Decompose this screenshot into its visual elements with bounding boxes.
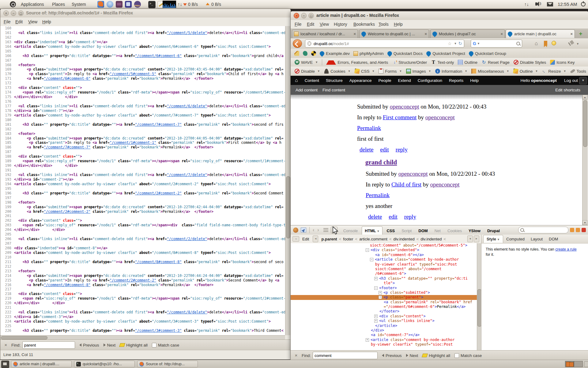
wave-reset-page[interactable]: ↻Reset Page	[481, 60, 510, 65]
source-link[interactable]: "/comment/3#comment-3"	[135, 328, 182, 333]
phpmyadmin-launcher-icon[interactable]	[134, 1, 141, 8]
html-tree-row[interactable]: tle">	[291, 281, 477, 286]
highlight-all-button[interactable]: Highlight all	[422, 353, 450, 358]
wave-outline[interactable]: Outline	[458, 60, 477, 65]
user-link[interactable]: openconcept	[425, 114, 455, 121]
edit-link[interactable]: edit	[380, 146, 389, 153]
menu-file[interactable]: File	[1, 17, 13, 26]
expand-icon[interactable]: +	[374, 315, 378, 318]
tab-close-icon[interactable]: ×	[353, 32, 356, 36]
breadcrumb-div-indented[interactable]: div.indented	[393, 237, 414, 241]
eclipse-launcher-icon[interactable]	[125, 1, 132, 8]
greasemonkey-icon[interactable]	[552, 41, 556, 45]
firebug-minimize-button[interactable]	[570, 228, 574, 232]
bookmark-star-icon[interactable]: ☆	[448, 41, 452, 46]
html-tree-row[interactable]: by-viewer clearfix" typeof="sioc:Post	[291, 342, 477, 347]
menu-view[interactable]: View	[317, 20, 332, 29]
url-bar[interactable]: drupal8.oc /node/1# ☆ ▼ ↻	[305, 40, 464, 48]
wave-icons-key[interactable]: Icons Key	[550, 60, 575, 65]
admin-configuration[interactable]: Configuration	[418, 78, 442, 83]
find-next-button[interactable]: Next	[406, 353, 418, 358]
reload-icon[interactable]: ↻	[458, 41, 462, 46]
checkbox-icon[interactable]	[152, 343, 156, 347]
scrollbar-thumb[interactable]	[286, 176, 290, 238]
firebug-tab-dom[interactable]: DOM	[416, 227, 430, 235]
html-tree-row[interactable]: +<p class="parent">	[291, 295, 477, 300]
tab-1[interactable]: localhost / localhost / dr...×	[292, 29, 358, 38]
match-case-checkbox[interactable]: Match case	[152, 343, 179, 347]
close-findbar-icon[interactable]: ×	[3, 342, 9, 348]
edit-shortcuts-link[interactable]: Edit shortcuts	[555, 88, 580, 92]
bookmark-seahorse[interactable]	[303, 51, 307, 56]
source-link[interactable]: "/comment/6#comment-6"	[44, 76, 90, 81]
html-tree-row[interactable]: <a class="permalink" rel="bookmark" href	[291, 300, 477, 305]
html-tree-row[interactable]: +<article class="comment by-node-author	[291, 338, 477, 342]
style-tab-dom[interactable]: DOM	[546, 235, 561, 243]
scrollbar-thumb[interactable]	[1, 336, 47, 339]
clock[interactable]: 12:55 AM	[558, 0, 577, 9]
find-previous-button[interactable]: Previous	[382, 353, 402, 358]
breadcrumb-scroll-right[interactable]: ►	[474, 236, 479, 242]
admin-structure[interactable]: Structure	[326, 78, 343, 83]
style-tab-style[interactable]: Style▼	[483, 235, 503, 243]
firebug-tab-css[interactable]: CSS	[384, 227, 398, 235]
menu-tools[interactable]: Tools	[376, 20, 391, 29]
webdev-resize[interactable]: ↔Resize▼	[542, 69, 566, 74]
edit-button[interactable]: Edit	[302, 237, 309, 241]
source-link[interactable]: "/comment/8/delete"	[167, 310, 207, 314]
wave-structure-order[interactable]: ↓Structure/Order	[392, 60, 427, 65]
webdev-miscellaneous[interactable]: Miscellaneous▼	[471, 69, 509, 74]
mail-icon[interactable]	[547, 2, 553, 6]
html-tree-row[interactable]: sioct:Comment" about="/comment/5#comment…	[291, 243, 477, 248]
search-icon[interactable]	[516, 42, 520, 45]
back-button[interactable]	[293, 39, 302, 48]
breadcrumb-p-parent[interactable]: p.parent	[321, 237, 337, 241]
parent-comment-link[interactable]: Child of first	[391, 181, 421, 188]
admin-help[interactable]: Help	[470, 78, 479, 83]
source-link[interactable]: "/comment/2/delete"	[167, 237, 207, 241]
menu-system[interactable]: System	[69, 0, 89, 9]
history-back-icon[interactable]: ‹	[313, 227, 314, 233]
source-link[interactable]: "/comment/2#comment-2"	[44, 209, 90, 214]
html-tree-row[interactable]: +<ul class="links inline">	[291, 319, 477, 323]
user-link[interactable]: openconcept	[390, 103, 419, 110]
search-bar[interactable]: G ▼	[471, 40, 522, 48]
wave-disable-styles[interactable]: Disable Styles	[514, 60, 546, 65]
expand-icon[interactable]: +	[374, 319, 378, 323]
html-tree-row[interactable]: </div>	[291, 328, 477, 333]
panel-list-icon[interactable]	[323, 228, 328, 232]
taskbar-window-button[interactable]: Source of: http://drup...	[137, 361, 198, 367]
bookmark-item[interactable]: Example.dev	[320, 51, 350, 56]
find-previous-button[interactable]: Previous	[79, 343, 99, 347]
bookmark-broom[interactable]	[294, 51, 299, 56]
find-next-button[interactable]: Next	[104, 343, 116, 347]
bookmark-item[interactable]: phpMyAdmin	[353, 51, 384, 56]
html-tree-row[interactable]: +<h3 class="" datatype="" property="dc:t…	[291, 276, 477, 281]
webdev-cookies[interactable]: Cookies▼	[324, 69, 351, 74]
source-link[interactable]: "/comment/2#comment-2"	[135, 191, 182, 195]
expand-icon[interactable]: +	[366, 338, 369, 342]
tab-2[interactable]: Welcome to drupal8.oc | ...×	[359, 29, 429, 38]
source-link[interactable]: "/comment/5#comment-5"	[110, 72, 156, 76]
admin-people[interactable]: People	[379, 78, 391, 83]
html-tree-row[interactable]: −<div class="indented">	[291, 248, 477, 252]
find-input[interactable]	[22, 341, 75, 349]
volume-icon[interactable]	[535, 2, 537, 6]
trash-icon[interactable]	[584, 361, 588, 367]
highlight-all-button[interactable]: Highlight all	[120, 343, 148, 347]
terminal-launcher-icon[interactable]	[148, 1, 156, 8]
source-link[interactable]: "/comment/1#comment-1"	[110, 140, 156, 145]
find-input[interactable]	[313, 352, 378, 359]
google-icon[interactable]: G	[473, 41, 476, 46]
checkbox-icon[interactable]	[454, 353, 459, 358]
source-link[interactable]: "/comment/7#comment-7"	[44, 145, 90, 149]
menu-applications[interactable]: Applications	[18, 0, 47, 9]
menu-file[interactable]: File	[292, 20, 304, 29]
bookmark-item[interactable]: Quickstart Project	[426, 51, 465, 56]
firebug-tab-cookies[interactable]: Cookies	[445, 227, 465, 235]
breadcrumb-article-comment[interactable]: article.comment	[359, 237, 387, 241]
close-findbar-icon[interactable]: ×	[293, 352, 299, 358]
webdev-disable[interactable]: Disable▼	[295, 69, 320, 74]
firebug-menu-icon[interactable]	[293, 228, 298, 233]
ubuntu-logo-icon[interactable]	[10, 1, 16, 7]
